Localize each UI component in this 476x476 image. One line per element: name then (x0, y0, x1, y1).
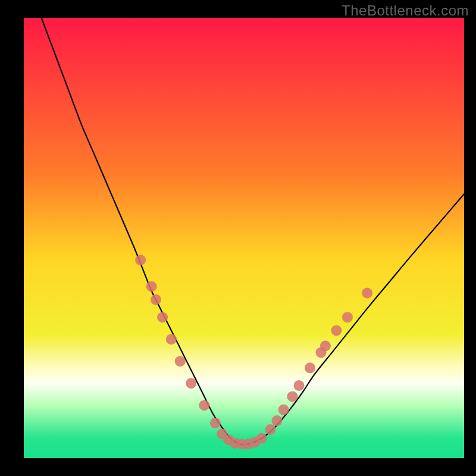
marker-point (294, 380, 305, 391)
marker-point (331, 325, 342, 336)
marker-point (210, 418, 221, 428)
plot-area (24, 18, 464, 458)
marker-point (186, 378, 196, 389)
marker-point (256, 433, 267, 444)
watermark-text: TheBottleneck.com (342, 2, 469, 19)
marker-point (135, 255, 146, 265)
marker-point (287, 391, 298, 402)
marker-point (342, 312, 353, 322)
chart-frame: TheBottleneck.com (0, 0, 476, 476)
bottleneck-chart (24, 18, 464, 458)
marker-point (265, 424, 275, 435)
marker-point (151, 295, 161, 305)
marker-point (320, 340, 331, 351)
marker-point (362, 288, 372, 299)
marker-point (199, 400, 209, 411)
marker-point (146, 281, 157, 292)
marker-point (157, 312, 168, 322)
marker-point (305, 362, 315, 373)
marker-point (166, 334, 177, 345)
marker-point (272, 415, 283, 426)
marker-point (278, 405, 289, 415)
marker-point (175, 356, 186, 367)
gradient-background (24, 18, 464, 458)
